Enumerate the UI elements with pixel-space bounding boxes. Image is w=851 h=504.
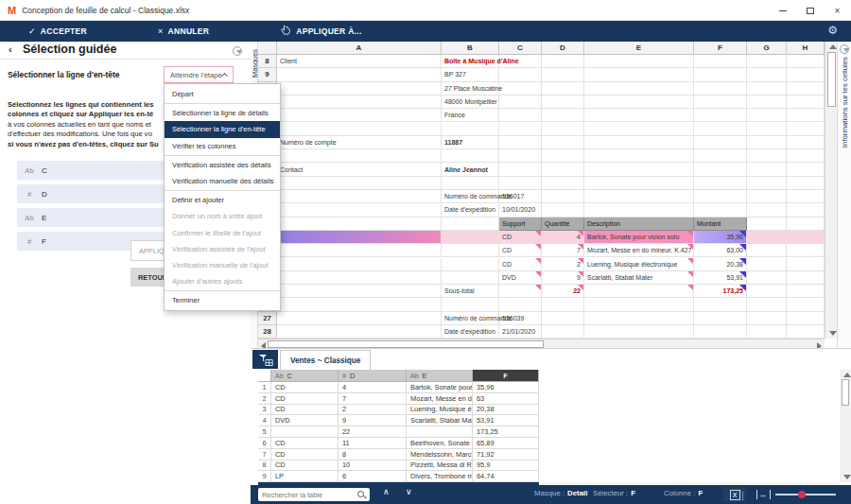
table-cell[interactable]: 6 [339, 471, 407, 482]
export-excel-button[interactable]: X [723, 487, 746, 502]
cell-C14[interactable] [499, 136, 542, 149]
table-cell[interactable]: 65,89 [473, 438, 539, 449]
cell-A15[interactable] [277, 149, 442, 163]
table-row-number[interactable]: 1 [258, 382, 271, 393]
cell-G12[interactable] [747, 109, 787, 122]
cell-B22[interactable] [442, 244, 499, 257]
cell-D24[interactable]: 9 [542, 271, 584, 285]
menu-item[interactable]: Vérification assistée de l'ajout [165, 241, 280, 257]
table-cell[interactable] [271, 426, 339, 438]
cell-C12[interactable] [499, 109, 542, 122]
table-row-number[interactable]: 7 [258, 449, 271, 461]
table-cell[interactable]: 71,92 [473, 449, 539, 461]
column-header-E[interactable]: E [584, 42, 694, 55]
table-scroll-down-icon[interactable] [843, 475, 851, 479]
cell-E21[interactable]: Bartok, Sonate pour violon solo [584, 231, 694, 244]
cell-A22[interactable] [277, 244, 442, 257]
cell-C25[interactable] [499, 285, 542, 298]
cell-D26[interactable] [542, 298, 584, 311]
table-row-number[interactable]: 8 [258, 461, 271, 472]
cell-G20[interactable] [747, 217, 787, 231]
cell-G21[interactable] [747, 231, 787, 244]
cell-C26[interactable] [499, 298, 542, 311]
column-header-H[interactable]: H [787, 42, 825, 55]
cell-H12[interactable] [787, 109, 825, 122]
cell-A18[interactable] [277, 190, 442, 203]
cell-H9[interactable] [787, 68, 825, 81]
cell-C13[interactable] [499, 123, 542, 136]
cancel-button[interactable]: × ANNULER [158, 26, 209, 36]
cell-B12[interactable]: France [442, 109, 499, 122]
maximize-button[interactable] [796, 0, 824, 21]
hscroll-thumb[interactable] [268, 340, 544, 348]
cell-G9[interactable] [747, 68, 787, 81]
table-cell[interactable]: CD [271, 393, 339, 405]
cell-E18[interactable] [584, 190, 694, 203]
cell-A19[interactable] [277, 203, 442, 217]
cell-A8[interactable]: Client [277, 55, 442, 68]
cell-B16[interactable]: Aline Jeannot [442, 163, 499, 176]
table-cell[interactable]: Mozart, Messe en do... [407, 393, 473, 405]
cell-F13[interactable] [694, 123, 747, 136]
cell-B13[interactable] [442, 123, 499, 136]
menu-item[interactable]: Sélectionner la ligne d'en-tête [165, 121, 280, 137]
table-cell[interactable]: Beethoven, Sonate P... [407, 438, 473, 449]
cell-B21[interactable] [442, 231, 499, 244]
cell-E27[interactable] [584, 312, 694, 325]
cell-D20[interactable]: Quantité [542, 217, 584, 231]
cell-A14[interactable]: Numéro de compte [277, 136, 442, 149]
cell-E22[interactable]: Mozart, Messe en do mineur, K.427 [584, 244, 694, 257]
cell-B9[interactable]: BP 327 [442, 68, 499, 81]
cell-E16[interactable] [584, 163, 694, 176]
search-input[interactable] [258, 491, 356, 499]
cell-D12[interactable] [542, 109, 584, 122]
cell-A27[interactable] [277, 312, 442, 325]
row-header-8[interactable]: 8 [258, 55, 277, 68]
column-header-D[interactable]: D [542, 42, 584, 55]
table-cell[interactable]: Scarlatti, Stabat Mater [407, 415, 473, 426]
table-cell[interactable]: 7 [339, 393, 407, 405]
table-cell[interactable]: 8 [339, 449, 407, 461]
cell-E14[interactable] [584, 136, 694, 149]
cell-D11[interactable] [542, 96, 584, 109]
cell-D18[interactable] [542, 190, 584, 203]
apply-to-button[interactable]: APPLIQUER À... [280, 25, 361, 38]
menu-item[interactable]: Confirmer le libellé de l'ajout [165, 225, 280, 241]
cell-A11[interactable] [277, 96, 442, 109]
menu-item[interactable]: Départ [165, 86, 280, 102]
cell-D10[interactable] [542, 82, 584, 96]
close-button[interactable]: × [824, 0, 851, 21]
cell-H23[interactable] [787, 258, 825, 271]
cell-H22[interactable] [787, 244, 825, 257]
table-cell[interactable]: CD [271, 461, 339, 472]
cell-E24[interactable]: Scarlatti, Stabat Mater [584, 271, 694, 285]
cell-F15[interactable] [694, 149, 747, 163]
cell-A20[interactable] [277, 217, 442, 231]
cell-E12[interactable] [584, 109, 694, 122]
cell-G23[interactable] [747, 258, 787, 271]
cell-H16[interactable] [787, 163, 825, 176]
table-row-number[interactable]: 2 [258, 393, 271, 405]
cell-H20[interactable] [787, 217, 825, 231]
column-header-B[interactable]: B [442, 42, 499, 55]
cell-H10[interactable] [787, 82, 825, 96]
cell-F17[interactable] [694, 177, 747, 190]
cell-H21[interactable] [787, 231, 825, 244]
cell-B14[interactable]: 11887 [442, 136, 499, 149]
cell-A9[interactable] [277, 68, 442, 81]
table-row-number[interactable]: 9 [258, 471, 271, 482]
table-cell[interactable]: 64,74 [473, 471, 539, 482]
cell-E20[interactable]: Description [584, 217, 694, 231]
cell-A21[interactable] [277, 231, 442, 244]
vscroll-thumb[interactable] [827, 52, 836, 107]
cell-B11[interactable]: 48000 Montpellier [442, 96, 499, 109]
table-cell[interactable]: Bartok, Sonate pour... [407, 382, 473, 393]
table-cell[interactable]: CD [271, 438, 339, 449]
cell-C19[interactable]: 10/01/2020 [499, 203, 542, 217]
scroll-up-icon[interactable] [829, 44, 837, 49]
cell-F8[interactable] [694, 55, 747, 68]
table-cell[interactable]: DVD [271, 415, 339, 426]
cell-G19[interactable] [747, 203, 787, 217]
cell-F10[interactable] [694, 82, 747, 96]
cell-C15[interactable] [499, 149, 542, 163]
